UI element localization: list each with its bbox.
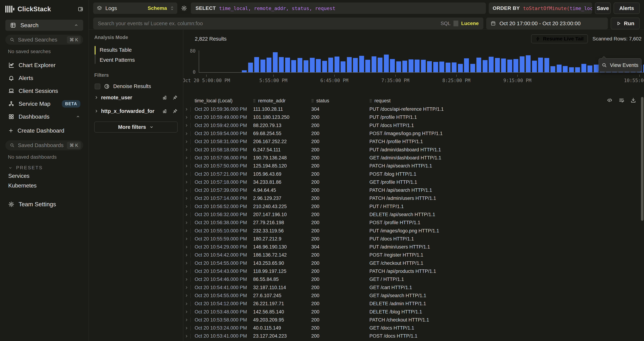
- table-row[interactable]: Oct 20 10:59:42.000 PM 88.220.79.13 200 …: [183, 122, 644, 130]
- histogram-bar[interactable]: [359, 56, 364, 72]
- expand-row-icon[interactable]: [184, 261, 188, 265]
- column-header-time-local[interactable]: time_local (Local): [192, 98, 253, 104]
- histogram-bar[interactable]: [538, 58, 543, 72]
- expand-row-icon[interactable]: [184, 188, 188, 192]
- table-row[interactable]: Oct 20 10:56:52.000 PM 210.240.43.225 20…: [183, 202, 644, 210]
- filter-field-http-x-forwarded-for[interactable]: http_x_forwarded_for: [94, 106, 178, 116]
- histogram-bar[interactable]: [322, 61, 327, 72]
- mode-results-table[interactable]: Results Table: [100, 45, 178, 55]
- sidebar-item-alerts[interactable]: Alerts: [5, 72, 83, 84]
- order-by-input[interactable]: ORDER BY toStartOfMinute(time_local) DES…: [489, 2, 592, 14]
- sidebar-item-client-sessions[interactable]: Client Sessions: [5, 84, 83, 97]
- expand-row-icon[interactable]: [184, 156, 188, 160]
- filter-field-remote-user[interactable]: remote_user: [94, 92, 178, 103]
- histogram-bar[interactable]: [643, 64, 644, 72]
- expand-row-icon[interactable]: [184, 204, 188, 208]
- column-header-remote-addr[interactable]: remote_addr: [253, 98, 311, 104]
- sidebar-item-chart-explorer[interactable]: Chart Explorer: [5, 59, 83, 72]
- expand-row-icon[interactable]: [184, 213, 188, 217]
- denoise-checkbox[interactable]: [95, 84, 100, 89]
- histogram-bar[interactable]: [260, 60, 265, 72]
- expand-row-icon[interactable]: [184, 172, 188, 176]
- saved-searches-input[interactable]: Saved Searches ⌘ K: [5, 35, 83, 45]
- bar-chart-icon[interactable]: [162, 95, 167, 100]
- expand-row-icon[interactable]: [184, 140, 188, 144]
- column-header-status[interactable]: status: [311, 98, 370, 104]
- drag-handle-icon[interactable]: [253, 99, 256, 103]
- drag-handle-icon[interactable]: [370, 99, 372, 103]
- histogram-bar[interactable]: [446, 62, 450, 72]
- expand-row-icon[interactable]: [184, 286, 188, 290]
- table-row[interactable]: Oct 20 10:53:48.000 PM 142.56.85.140 200…: [183, 308, 644, 316]
- histogram-bar[interactable]: [353, 58, 358, 72]
- histogram-bar[interactable]: [291, 60, 296, 72]
- expand-row-icon[interactable]: [184, 180, 188, 184]
- histogram-bar[interactable]: [507, 60, 512, 72]
- expand-row-icon[interactable]: [184, 278, 188, 282]
- histogram-bar[interactable]: [569, 67, 574, 72]
- table-row[interactable]: Oct 20 10:58:31.000 PM 206.167.252.22 20…: [183, 138, 644, 146]
- table-row[interactable]: Oct 20 10:59:49.000 PM 101.180.123.250 2…: [183, 113, 644, 121]
- table-row[interactable]: Oct 20 10:57:06.000 PM 190.79.136.248 20…: [183, 154, 644, 162]
- histogram-bar[interactable]: [242, 70, 247, 72]
- table-row[interactable]: Oct 20 10:58:18.000 PM 6.247.54.111 200 …: [183, 146, 644, 154]
- histogram-bar[interactable]: [421, 60, 426, 72]
- source-settings-gear-icon[interactable]: [180, 2, 188, 14]
- histogram-bar[interactable]: [470, 64, 475, 72]
- mode-event-patterns[interactable]: Event Patterns: [100, 55, 178, 65]
- table-row[interactable]: Oct 20 10:53:58.000 PM 49.203.209.95 200…: [183, 316, 644, 324]
- histogram-bar[interactable]: [279, 57, 284, 72]
- sidebar-item-service-map[interactable]: Service Map BETA: [5, 97, 83, 110]
- expand-row-icon[interactable]: [184, 221, 188, 225]
- expand-row-icon[interactable]: [184, 245, 188, 249]
- histogram-bar[interactable]: [594, 64, 598, 72]
- lang-toggle-sql[interactable]: SQL: [440, 20, 450, 26]
- table-row[interactable]: Oct 20 10:57:39.000 PM 4.94.64.45 200 PA…: [183, 186, 644, 194]
- create-dashboard-button[interactable]: Create Dashboard: [5, 125, 83, 136]
- histogram-bar[interactable]: [575, 67, 580, 72]
- histogram-bar[interactable]: [273, 52, 278, 72]
- saved-dashboards-input[interactable]: Saved Dashboards ⌘ K: [5, 140, 83, 150]
- histogram-bar[interactable]: [544, 58, 549, 72]
- histogram-bar[interactable]: [495, 58, 500, 72]
- histogram-bar[interactable]: [248, 62, 253, 72]
- histogram-bar[interactable]: [526, 55, 530, 72]
- table-row[interactable]: Oct 20 10:56:32.000 PM 207.147.196.10 20…: [183, 210, 644, 219]
- histogram-bar[interactable]: [433, 62, 438, 72]
- expand-row-icon[interactable]: [184, 318, 188, 322]
- histogram-bar[interactable]: [304, 60, 308, 72]
- column-header-request[interactable]: request: [370, 98, 644, 104]
- histogram-bar[interactable]: [458, 64, 463, 72]
- table-row[interactable]: Oct 20 10:53:41.000 PM 23.127.204.223 20…: [183, 332, 644, 340]
- resume-live-tail-button[interactable]: Resume Live Tail: [531, 34, 588, 43]
- histogram-bar[interactable]: [476, 58, 481, 72]
- table-row[interactable]: Oct 20 10:53:24.000 PM 40.0.115.149 200 …: [183, 324, 644, 332]
- expand-row-icon[interactable]: [184, 116, 188, 119]
- sidebar-item-services[interactable]: Services: [5, 171, 83, 181]
- expand-row-icon[interactable]: [184, 253, 188, 257]
- select-query-input[interactable]: SELECT time_local, remote_addr, status, …: [191, 2, 486, 14]
- expand-row-icon[interactable]: [184, 148, 188, 152]
- histogram-bar[interactable]: [378, 58, 382, 72]
- download-icon[interactable]: [630, 97, 636, 103]
- histogram-bar[interactable]: [582, 64, 586, 72]
- expand-row-icon[interactable]: [184, 237, 188, 241]
- drag-handle-icon[interactable]: [311, 99, 314, 103]
- histogram-bar[interactable]: [550, 66, 555, 72]
- table-row[interactable]: Oct 20 10:57:50.000 PM 125.194.85.120 20…: [183, 162, 644, 170]
- sidebar-item-dashboards[interactable]: Dashboards: [5, 110, 83, 123]
- histogram-bar[interactable]: [396, 61, 401, 72]
- table-scrollbar[interactable]: [641, 97, 644, 221]
- expand-row-icon[interactable]: [184, 270, 188, 273]
- pin-icon[interactable]: [173, 108, 178, 114]
- presets-toggle[interactable]: PRESETS: [8, 165, 83, 170]
- histogram-bar[interactable]: [532, 61, 537, 72]
- pin-icon[interactable]: [173, 95, 178, 100]
- expand-row-icon[interactable]: [184, 196, 188, 200]
- event-search-input[interactable]: Search your events w/ Lucene ex. column:…: [93, 18, 483, 29]
- sidebar-item-search[interactable]: Search: [5, 20, 83, 31]
- table-row[interactable]: Oct 20 10:54:42.000 PM 186.136.72.142 20…: [183, 251, 644, 259]
- table-row[interactable]: Oct 20 10:54:29.000 PM 146.96.190.130 30…: [183, 243, 644, 251]
- histogram-bar[interactable]: [557, 64, 562, 72]
- table-row[interactable]: Oct 20 10:54:55.000 PM 143.253.65.90 200…: [183, 259, 644, 267]
